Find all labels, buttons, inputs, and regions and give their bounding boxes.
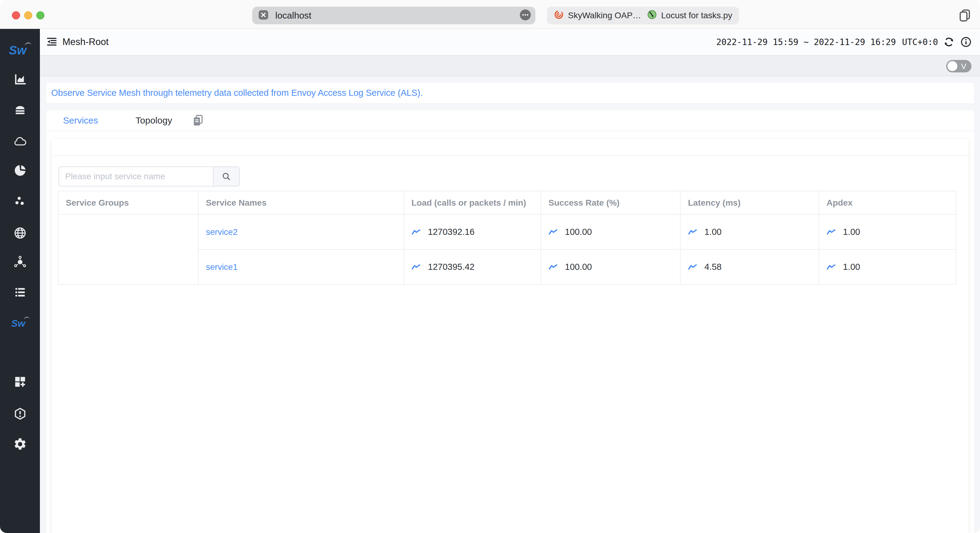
browser-tab-skywalking[interactable]: SkyWalking OAP… — [547, 7, 648, 24]
table-header-row: Service Groups Service Names Load (calls… — [58, 191, 956, 214]
refresh-icon[interactable] — [943, 36, 955, 48]
settings-gear-icon — [13, 437, 27, 451]
page-title: Mesh-Root — [62, 36, 109, 48]
banner-text: Observe Service Mesh through telemetry d… — [51, 88, 423, 98]
metric-value: 100.00 — [565, 262, 592, 272]
sparkline-icon[interactable] — [688, 229, 697, 235]
search-row — [59, 167, 969, 187]
col-load: Load (calls or packets / min) — [404, 191, 541, 214]
time-range-picker[interactable]: 2022-11-29 15:59 ~ 2022-11-29 16:29 — [716, 37, 896, 47]
app-header: Mesh-Root 2022-11-29 15:59 ~ 2022-11-29 … — [40, 29, 980, 55]
sidebar-item-self-observability-active[interactable]: Sw — [0, 315, 40, 331]
sparkline-icon[interactable] — [688, 264, 697, 270]
main-area: Mesh-Root 2022-11-29 15:59 ~ 2022-11-29 … — [40, 29, 980, 533]
globe-icon — [13, 226, 27, 240]
sidebar-item-functions[interactable] — [0, 194, 40, 208]
sidebar-item-dashboard[interactable] — [0, 72, 40, 86]
sidebar-item-service-mesh[interactable] — [0, 163, 40, 178]
timezone-label[interactable]: UTC+0:0 — [902, 37, 938, 47]
sidebar: Sw — [0, 29, 40, 533]
locust-favicon — [647, 10, 657, 22]
mesh-tabs: Services Topology — [46, 110, 974, 131]
table-row: service2 1270392.16 100.00 1.00 1.00 — [58, 214, 956, 249]
metric-value: 100.00 — [565, 227, 592, 237]
skywalking-oap-favicon — [554, 10, 564, 22]
metric-value: 1.00 — [705, 227, 721, 237]
secondary-toolbar: V — [40, 55, 980, 76]
sidebar-item-alerting[interactable] — [0, 407, 40, 421]
metric-value: 1.00 — [843, 262, 860, 272]
browser-tab-label: SkyWalking OAP… — [568, 11, 641, 21]
address-more-icon[interactable] — [520, 9, 531, 22]
tab-topology[interactable]: Topology — [135, 115, 172, 125]
service-link[interactable]: service2 — [206, 227, 237, 237]
mesh-card: Services Topology — [46, 110, 974, 533]
server-layers-icon — [13, 103, 27, 117]
app-root: Sw — [0, 29, 980, 533]
service-link[interactable]: service1 — [206, 262, 237, 272]
sparkline-icon[interactable] — [827, 264, 836, 270]
show-tabs-overview-icon[interactable] — [956, 7, 973, 23]
sidebar-item-new-dashboard[interactable] — [0, 375, 40, 389]
toggle-label: V — [961, 62, 966, 71]
close-window-button[interactable] — [12, 11, 20, 19]
search-icon — [221, 171, 231, 182]
minimize-window-button[interactable] — [24, 11, 32, 19]
browser-tab-label: Locust for tasks.py — [661, 11, 732, 21]
sidebar-item-cloud[interactable] — [0, 135, 40, 149]
service-group-cell — [58, 214, 198, 284]
browser-window: localhost SkyWalking OAP… Locust for tas… — [0, 0, 980, 533]
sidebar-item-log[interactable] — [0, 286, 40, 299]
sidebar-item-browser[interactable] — [0, 226, 40, 240]
panel-header-strip — [52, 138, 969, 156]
address-clear-icon[interactable] — [258, 10, 269, 21]
widgets-docs-icon[interactable] — [191, 113, 205, 127]
address-url: localhost — [275, 10, 311, 21]
alert-hexagon-icon — [13, 407, 27, 421]
list-icon — [13, 286, 27, 299]
services-panel: Service Groups Service Names Load (calls… — [52, 138, 969, 533]
menu-fold-icon[interactable] — [45, 36, 58, 48]
col-service-groups: Service Groups — [58, 191, 198, 214]
col-service-names: Service Names — [198, 191, 404, 214]
col-latency: Latency (ms) — [680, 191, 819, 214]
metric-value: 1.00 — [843, 227, 860, 237]
col-apdex: Apdex — [819, 191, 956, 214]
col-success-rate: Success Rate (%) — [541, 191, 680, 214]
mesh-banner: Observe Service Mesh through telemetry d… — [46, 83, 974, 103]
address-bar[interactable]: localhost — [252, 7, 535, 24]
version-toggle[interactable]: V — [946, 60, 972, 72]
services-table: Service Groups Service Names Load (calls… — [58, 191, 956, 285]
content-area: Observe Service Mesh through telemetry d… — [40, 76, 980, 533]
tab-services[interactable]: Services — [63, 115, 98, 125]
services-table-wrap: Service Groups Service Names Load (calls… — [58, 191, 963, 285]
bar-chart-icon — [13, 72, 27, 86]
svg-text:Sw: Sw — [11, 318, 25, 329]
svg-text:Sw: Sw — [9, 43, 27, 57]
topology-cube-icon — [13, 255, 27, 269]
cloud-icon — [12, 135, 28, 149]
sparkline-icon[interactable] — [549, 229, 558, 235]
search-button[interactable] — [213, 167, 240, 187]
dashboard-add-icon — [13, 375, 27, 389]
sidebar-item-infrastructure[interactable] — [0, 255, 40, 269]
metric-value: 1270392.16 — [428, 227, 474, 237]
info-icon[interactable] — [960, 36, 972, 48]
sparkline-icon[interactable] — [827, 229, 836, 235]
skywalking-logo[interactable]: Sw — [0, 40, 40, 59]
metric-value: 1270395.42 — [428, 262, 474, 272]
browser-tab-locust[interactable]: Locust for tasks.py — [640, 7, 739, 24]
zoom-window-button[interactable] — [36, 11, 45, 19]
sidebar-item-database[interactable] — [0, 103, 40, 117]
scatter-dots-icon — [13, 194, 27, 208]
service-search-input[interactable] — [59, 167, 213, 187]
sparkline-icon[interactable] — [411, 264, 420, 270]
sidebar-item-settings[interactable] — [0, 437, 40, 451]
sparkline-icon[interactable] — [411, 229, 420, 235]
pie-segments-icon — [13, 163, 27, 178]
sparkline-icon[interactable] — [549, 264, 558, 270]
metric-value: 4.58 — [705, 262, 721, 272]
browser-chrome: localhost SkyWalking OAP… Locust for tas… — [0, 0, 980, 29]
header-right-group: 2022-11-29 15:59 ~ 2022-11-29 16:29 UTC+… — [716, 36, 972, 48]
toggle-knob — [947, 61, 958, 71]
